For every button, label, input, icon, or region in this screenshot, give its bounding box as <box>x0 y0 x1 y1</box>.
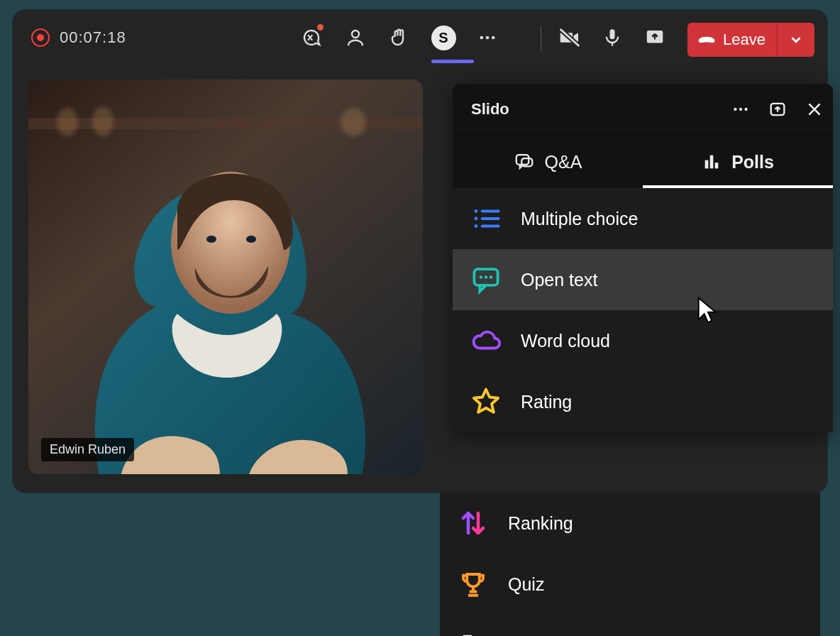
panel-more-button[interactable] <box>722 91 759 128</box>
toolbar-center-icons: S <box>294 10 505 65</box>
poll-type-word-cloud[interactable]: Word cloud <box>453 310 833 371</box>
poll-type-label: Ranking <box>508 513 573 534</box>
poll-type-quiz[interactable]: Quiz <box>440 554 820 615</box>
participant-silhouette <box>78 143 376 474</box>
svg-point-12 <box>739 108 742 111</box>
svg-point-1 <box>480 36 484 40</box>
poll-type-list-overflow: Ranking Quiz Survey <box>440 493 820 636</box>
background-blur <box>341 108 366 136</box>
close-icon <box>805 100 824 119</box>
tab-polls-label: Polls <box>731 152 774 172</box>
chevron-down-icon <box>788 32 804 48</box>
poll-type-ranking[interactable]: Ranking <box>440 493 820 554</box>
svg-point-24 <box>475 224 478 228</box>
slido-app-icon: S <box>431 26 456 50</box>
poll-type-label: Open text <box>521 270 597 290</box>
tab-qna[interactable]: Q&A <box>453 136 643 188</box>
elapsed-time: 00:07:18 <box>60 28 126 47</box>
poll-type-label: Quiz <box>508 574 544 595</box>
svg-point-29 <box>490 275 493 279</box>
background-blur <box>57 108 78 136</box>
svg-rect-18 <box>710 155 714 169</box>
toolbar-divider <box>541 26 541 51</box>
svg-point-27 <box>480 275 483 279</box>
svg-point-28 <box>485 275 488 279</box>
panel-popout-button[interactable] <box>759 91 796 128</box>
more-icon <box>731 100 750 119</box>
tab-polls[interactable]: Polls <box>643 136 833 188</box>
poll-type-survey[interactable]: Survey <box>440 615 820 636</box>
svg-rect-17 <box>705 160 709 169</box>
svg-point-0 <box>352 31 359 38</box>
toolbar-right-icons <box>552 10 673 65</box>
list-icon <box>471 204 501 234</box>
leave-label: Leave <box>723 31 766 49</box>
camera-button[interactable] <box>552 20 587 55</box>
svg-point-2 <box>486 36 490 40</box>
more-actions-button[interactable] <box>470 20 505 55</box>
poll-type-multiple-choice[interactable]: Multiple choice <box>453 188 833 249</box>
background-blur <box>92 106 114 136</box>
meeting-window: 00:07:18 S <box>13 10 827 493</box>
slido-tabs: Q&A Polls <box>453 135 833 188</box>
share-screen-button[interactable] <box>637 20 673 55</box>
slido-panel-title: Slido <box>471 100 722 119</box>
tab-qna-label: Q&A <box>545 152 582 172</box>
poll-type-list: Multiple choice Open text Word cloud Rat… <box>453 188 833 432</box>
svg-rect-6 <box>610 29 615 39</box>
poll-type-label: Multiple choice <box>521 209 638 229</box>
slido-panel-header: Slido <box>453 84 833 135</box>
participant-name-label: Edwin Ruben <box>41 438 134 461</box>
participant-video-tile[interactable]: Edwin Ruben <box>28 80 423 474</box>
poll-type-rating[interactable]: Rating <box>453 371 833 432</box>
chat-button[interactable] <box>294 20 329 55</box>
svg-point-13 <box>744 108 747 111</box>
poll-type-label: Word cloud <box>521 331 610 351</box>
qna-icon <box>514 151 535 172</box>
star-icon <box>471 387 501 417</box>
mic-button[interactable] <box>595 20 630 55</box>
svg-point-9 <box>206 236 216 243</box>
leave-button[interactable]: Leave <box>687 23 777 57</box>
popout-icon <box>768 99 788 119</box>
leave-button-group: Leave <box>687 23 814 57</box>
meeting-toolbar: 00:07:18 S <box>13 10 827 65</box>
svg-rect-19 <box>715 163 719 168</box>
svg-point-3 <box>492 36 495 40</box>
polls-icon <box>702 152 722 172</box>
slido-panel: Slido Q&A Polls Multiple <box>453 84 833 432</box>
folder-icon <box>458 630 488 636</box>
slido-app-button[interactable]: S <box>426 20 461 55</box>
ranking-icon <box>458 508 488 538</box>
svg-point-11 <box>734 108 736 111</box>
hangup-icon <box>697 31 716 49</box>
recording-indicator-icon <box>31 28 50 47</box>
raise-hand-button[interactable] <box>382 20 417 55</box>
trophy-icon <box>458 569 488 599</box>
cloud-icon <box>471 326 501 356</box>
active-app-underline <box>431 60 474 63</box>
poll-type-open-text[interactable]: Open text <box>453 249 833 310</box>
people-button[interactable] <box>338 20 373 55</box>
svg-point-20 <box>475 209 478 213</box>
poll-type-label: Rating <box>521 392 572 412</box>
leave-expand-button[interactable] <box>777 23 814 57</box>
svg-point-10 <box>246 236 256 243</box>
panel-close-button[interactable] <box>796 91 833 128</box>
svg-point-22 <box>475 217 478 221</box>
speech-bubble-icon <box>471 265 501 295</box>
